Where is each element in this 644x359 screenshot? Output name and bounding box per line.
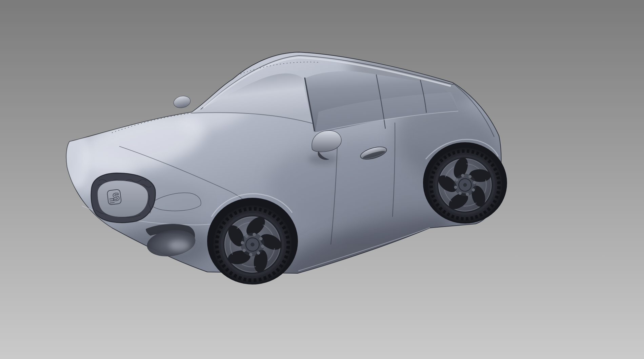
intake-inner-glint	[169, 240, 190, 251]
render-viewport[interactable]: S	[0, 0, 644, 359]
car-render-canvas: S	[0, 0, 644, 359]
grille-plate	[98, 181, 148, 217]
badge-letter: S	[112, 191, 121, 203]
front-grille: S	[91, 173, 156, 223]
